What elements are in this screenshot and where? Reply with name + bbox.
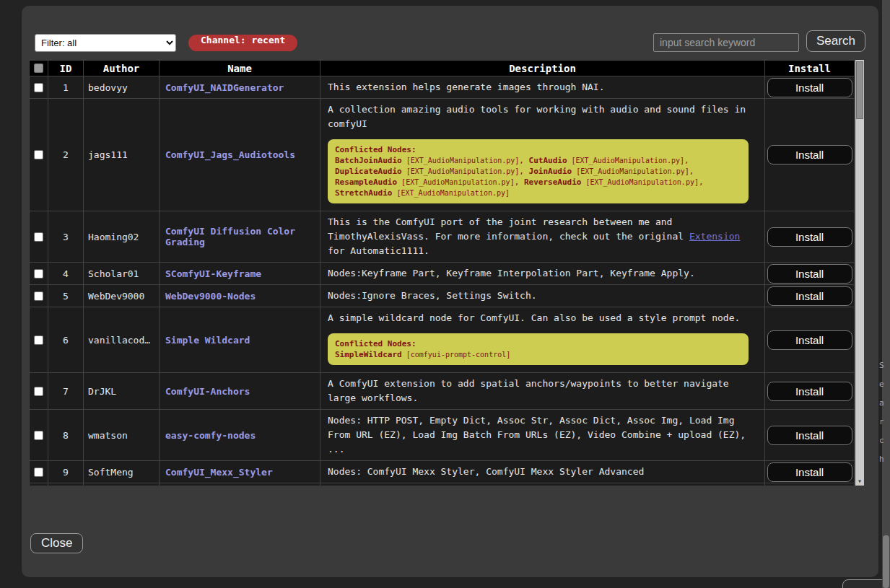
row-description-cell: This extension helps generate images thr… (320, 76, 765, 99)
filter-select[interactable]: Filter: all (35, 34, 176, 52)
row-author: jags111 (84, 99, 160, 211)
install-button[interactable]: Install (767, 227, 852, 247)
row-checkbox-cell (30, 263, 48, 285)
row-checkbox-cell (30, 410, 48, 461)
row-name-link[interactable]: ComfyUI_Jags_Audiotools (165, 149, 295, 160)
conflict-title: Conflicted Nodes: (335, 145, 416, 154)
table-row: 6 vanillacode314 Simple Wildcard A simpl… (30, 307, 855, 373)
row-author: DrJKL (84, 373, 160, 410)
install-button[interactable]: Install (767, 78, 852, 97)
row-author: zcfrank1st (84, 483, 160, 486)
row-name-link[interactable]: easy-comfy-nodes (165, 430, 256, 441)
search-button[interactable]: Search (806, 30, 865, 52)
row-id: 7 (48, 373, 84, 410)
background-edge-text: e (879, 379, 884, 389)
description-link[interactable]: Extension (689, 231, 740, 242)
install-button[interactable]: Install (767, 264, 852, 284)
close-button[interactable]: Close (30, 533, 83, 553)
row-author: Scholar01 (84, 263, 160, 285)
window-scrollbar-thumb[interactable] (883, 535, 889, 588)
row-checkbox[interactable] (34, 431, 43, 440)
row-description-cell: A simple wildcard node for ComfyUI. Can … (320, 307, 765, 373)
table-row: 3 Haoming02 ComfyUI Diffusion Color Grad… (30, 211, 855, 263)
background-edge-text: c (879, 436, 884, 445)
row-checkbox[interactable] (34, 83, 43, 92)
row-description: A collection amazing audio tools for wor… (328, 102, 757, 131)
row-description: This is the ComfyUI port of the joint re… (328, 215, 757, 258)
background-edge-text: a (879, 398, 884, 408)
window-scrollbar[interactable] (882, 0, 890, 588)
row-author: SoftMeng (84, 461, 160, 483)
header-name: Name (160, 61, 320, 76)
install-button[interactable]: Install (767, 462, 852, 482)
conflict-list: SimpleWildcard [comfyui-prompt-control] (335, 350, 510, 359)
row-install-cell: Install (765, 99, 855, 211)
row-description-cell: Nodes: Yolov8Detection, Yolov8Segmentati… (320, 483, 765, 486)
row-install-cell: Install (765, 307, 855, 373)
row-author: bedovyy (84, 76, 160, 99)
row-author: vanillacode314 (84, 307, 160, 373)
row-description-cell: A collection amazing audio tools for wor… (320, 99, 765, 211)
conflict-box: Conflicted Nodes: SimpleWildcard [comfyu… (328, 333, 749, 365)
row-author: wmatson (84, 410, 160, 461)
row-name-link[interactable]: WebDev9000-Nodes (165, 291, 256, 302)
select-all-checkbox[interactable] (34, 63, 43, 73)
row-install-cell: Install (765, 285, 855, 307)
row-author: WebDev9000 (84, 285, 160, 307)
row-name-link[interactable]: ComfyUI_Mexx_Styler (165, 467, 273, 478)
row-description-cell: Nodes:Ignore Braces, Settings Switch. (320, 285, 765, 307)
row-description: This extension helps generate images thr… (328, 80, 757, 95)
row-checkbox-cell (30, 211, 48, 263)
scroll-down-arrow-icon[interactable]: ▾ (855, 477, 864, 486)
row-id: 8 (48, 410, 84, 461)
row-name-link[interactable]: Simple Wildcard (165, 335, 250, 346)
background-edge-text: h (879, 455, 884, 464)
row-name-link[interactable]: SComfyUI-Keyframe (165, 268, 261, 279)
row-checkbox[interactable] (34, 232, 43, 242)
row-name-link[interactable]: ComfyUI_NAIDGenerator (165, 82, 284, 93)
header-checkbox-cell (30, 61, 48, 76)
table-row: 1 bedovyy ComfyUI_NAIDGenerator This ext… (30, 76, 855, 99)
channel-badge: Channel: recent (188, 35, 297, 51)
row-checkbox[interactable] (34, 387, 43, 396)
table-body: 1 bedovyy ComfyUI_NAIDGenerator This ext… (30, 76, 855, 486)
table-row: 2 jags111 ComfyUI_Jags_Audiotools A coll… (30, 99, 855, 211)
row-install-cell: Install (765, 483, 855, 486)
background-edge-text: r (879, 417, 884, 426)
table-scrollbar[interactable]: ▾ (855, 60, 864, 486)
row-checkbox-cell (30, 99, 48, 211)
background-edge-text: S (879, 361, 884, 370)
row-name-link[interactable]: ComfyUI Diffusion Color Grading (165, 226, 295, 247)
row-install-cell: Install (765, 76, 855, 99)
row-checkbox[interactable] (34, 468, 43, 477)
row-id: 2 (48, 99, 84, 211)
row-description-cell: A ComfyUI extension to add spatial ancho… (320, 373, 765, 410)
search-input[interactable] (653, 33, 799, 52)
install-button[interactable]: Install (767, 286, 852, 306)
table-scrollbar-thumb[interactable] (856, 61, 863, 119)
row-install-cell: Install (765, 263, 855, 285)
conflict-title: Conflicted Nodes: (335, 339, 416, 348)
conflict-list: BatchJoinAudio [EXT_AudioManipulation.py… (335, 156, 704, 198)
install-button[interactable]: Install (767, 145, 852, 164)
row-checkbox[interactable] (34, 269, 43, 278)
row-install-cell: Install (765, 211, 855, 263)
row-description: A ComfyUI extension to add spatial ancho… (328, 377, 757, 405)
row-install-cell: Install (765, 410, 855, 461)
install-button[interactable]: Install (767, 382, 852, 401)
row-id: 6 (48, 307, 84, 373)
row-name-link[interactable]: ComfyUI-Anchors (165, 386, 250, 397)
row-install-cell: Install (765, 373, 855, 410)
row-checkbox-cell (30, 373, 48, 410)
row-checkbox[interactable] (34, 335, 43, 345)
row-description-cell: This is the ComfyUI port of the joint re… (320, 211, 765, 263)
header-description: Description (320, 61, 765, 76)
row-description: Nodes:Keyframe Part, Keyframe Interpolat… (328, 266, 757, 281)
header-id: ID (48, 61, 84, 76)
row-checkbox[interactable] (34, 291, 43, 301)
row-checkbox[interactable] (34, 150, 43, 159)
custom-nodes-table: ID Author Name Description Install 1 bed… (29, 60, 855, 486)
row-id: 1 (48, 76, 84, 99)
install-button[interactable]: Install (767, 330, 852, 350)
install-button[interactable]: Install (767, 426, 852, 445)
